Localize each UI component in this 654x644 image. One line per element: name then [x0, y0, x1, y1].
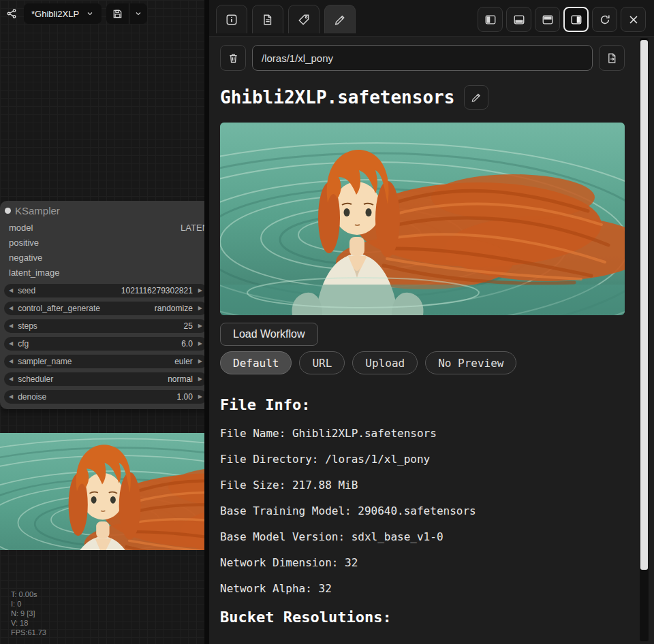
widget-label: control_after_generate [18, 304, 100, 313]
decrement-arrow-icon[interactable]: ◀ [9, 394, 13, 400]
canvas-stats: T: 0.00s I: 0 N: 9 [3] V: 18 FPS:61.73 [11, 590, 46, 637]
widget-label: cfg [18, 339, 29, 349]
dock-left-icon [484, 14, 497, 26]
rename-model-button[interactable] [464, 85, 488, 110]
model-path-input[interactable] [252, 45, 593, 71]
chevron-down-icon [86, 10, 94, 18]
file-info-line: File Size: 217.88 MiB [220, 479, 625, 492]
increment-arrow-icon[interactable]: ▶ [198, 288, 202, 293]
widget-cfg[interactable]: ◀ cfg 6.0 ▶ [4, 337, 204, 351]
increment-arrow-icon[interactable]: ▶ [198, 323, 202, 329]
node-canvas[interactable]: *Ghibli2XLP KSampler model LATENT positi… [0, 0, 204, 644]
preview-none-button[interactable]: No Preview [425, 351, 516, 374]
pencil-icon [471, 92, 482, 103]
decrement-arrow-icon[interactable]: ◀ [9, 341, 13, 347]
widget-value: normal [168, 374, 193, 384]
delete-model-button[interactable] [220, 45, 246, 71]
title-row: Ghibli2XLP.safetensors [220, 84, 625, 110]
move-model-button[interactable] [599, 45, 625, 71]
model-info-panel: Ghibli2XLP.safetensors Load Workflow Def… [204, 0, 654, 644]
node-input-row: negative [0, 250, 204, 265]
widget-label: denoise [18, 392, 46, 402]
widget-sampler-name[interactable]: ◀ sampler_name euler ▶ [4, 355, 204, 368]
widget-label: sampler_name [18, 357, 72, 366]
file-export-icon [606, 52, 618, 64]
widget-value: 1021116279302821 [121, 286, 193, 295]
save-icon [112, 9, 123, 19]
workflow-name: *Ghibli2XLP [31, 9, 79, 19]
tab-edit[interactable] [324, 5, 356, 33]
widget-control-after-generate[interactable]: ◀ control_after_generate randomize ▶ [4, 302, 204, 315]
file-info-line: File Name: Ghibli2XLP.safetensors [220, 427, 625, 440]
preview-default-button[interactable]: Default [220, 351, 292, 374]
file-info-line: Base Training Model: 290640.safetensors [220, 504, 625, 517]
preview-url-button[interactable]: URL [299, 351, 345, 374]
scrollbar-thumb[interactable] [640, 40, 648, 570]
decrement-arrow-icon[interactable]: ◀ [9, 306, 13, 311]
widget-label: steps [18, 321, 37, 331]
input-label: latent_image [9, 268, 59, 278]
file-info-line: Network Dimension: 32 [220, 556, 625, 569]
tag-icon [298, 14, 310, 26]
input-label: positive [9, 238, 39, 248]
widget-seed[interactable]: ◀ seed 1021116279302821 ▶ [4, 284, 204, 297]
save-button-group [106, 3, 147, 24]
model-preview-image [220, 123, 625, 315]
widget-denoise[interactable]: ◀ denoise 1.00 ▶ [4, 390, 204, 404]
close-panel-button[interactable] [621, 7, 646, 32]
widget-value: 1.00 [176, 392, 192, 402]
stat-line: T: 0.00s [11, 590, 46, 599]
workflow-selector[interactable]: *Ghibli2XLP [24, 3, 102, 24]
panel-scrollbar[interactable] [640, 38, 649, 641]
decrement-arrow-icon[interactable]: ◀ [9, 359, 13, 364]
decrement-arrow-icon[interactable]: ◀ [9, 288, 13, 293]
widget-value: euler [174, 357, 193, 366]
preview-upload-button[interactable]: Upload [352, 351, 418, 374]
widget-value: 6.0 [181, 339, 193, 349]
input-label: negative [9, 253, 42, 263]
increment-arrow-icon[interactable]: ▶ [198, 394, 202, 400]
refresh-icon [599, 14, 611, 26]
dock-bottom-button[interactable] [506, 7, 531, 32]
widget-label: seed [18, 286, 35, 295]
increment-arrow-icon[interactable]: ▶ [198, 341, 202, 347]
output-label: LATENT [181, 220, 204, 235]
node-title: KSampler [15, 205, 60, 216]
increment-arrow-icon[interactable]: ▶ [198, 306, 202, 311]
save-workflow-button[interactable] [106, 3, 129, 24]
refresh-button[interactable] [592, 7, 617, 32]
info-icon [225, 14, 238, 26]
widget-value: 25 [183, 321, 192, 331]
tab-info[interactable] [216, 5, 247, 33]
stat-line: V: 18 [11, 618, 46, 628]
tab-description[interactable] [252, 5, 283, 33]
pencil-icon [334, 14, 346, 26]
save-options-button[interactable] [129, 3, 147, 24]
widget-steps[interactable]: ◀ steps 25 ▶ [4, 319, 204, 333]
workflow-graph-icon[interactable] [4, 3, 19, 24]
ksampler-node[interactable]: KSampler model LATENT positive negative … [0, 201, 204, 409]
dock-left-button[interactable] [478, 7, 503, 32]
node-input-row: latent_image [0, 265, 204, 280]
node-collapse-dot[interactable] [5, 208, 11, 214]
dock-right-button[interactable] [563, 7, 589, 32]
widget-scheduler[interactable]: ◀ scheduler normal ▶ [4, 372, 204, 386]
increment-arrow-icon[interactable]: ▶ [198, 359, 202, 364]
decrement-arrow-icon[interactable]: ◀ [9, 323, 13, 329]
bucket-resolutions-heading: Bucket Resolutions: [220, 609, 625, 626]
file-info-line: Base Model Version: sdxl_base_v1-0 [220, 530, 625, 543]
generated-preview-image [0, 433, 204, 550]
load-workflow-button[interactable]: Load Workflow [220, 323, 318, 346]
panel-toolbar [209, 0, 654, 37]
stat-line: N: 9 [3] [11, 609, 46, 618]
workflow-toolbar: *Ghibli2XLP [4, 3, 147, 24]
node-header[interactable]: KSampler [0, 201, 204, 220]
preview-source-buttons: Default URL Upload No Preview [220, 351, 625, 374]
chevron-down-icon [134, 10, 142, 18]
tab-tags[interactable] [288, 5, 320, 33]
node-input-row: model LATENT [0, 220, 204, 235]
dock-top-button[interactable] [535, 7, 560, 32]
decrement-arrow-icon[interactable]: ◀ [9, 376, 13, 382]
dock-right-icon [570, 14, 582, 26]
increment-arrow-icon[interactable]: ▶ [198, 376, 202, 382]
